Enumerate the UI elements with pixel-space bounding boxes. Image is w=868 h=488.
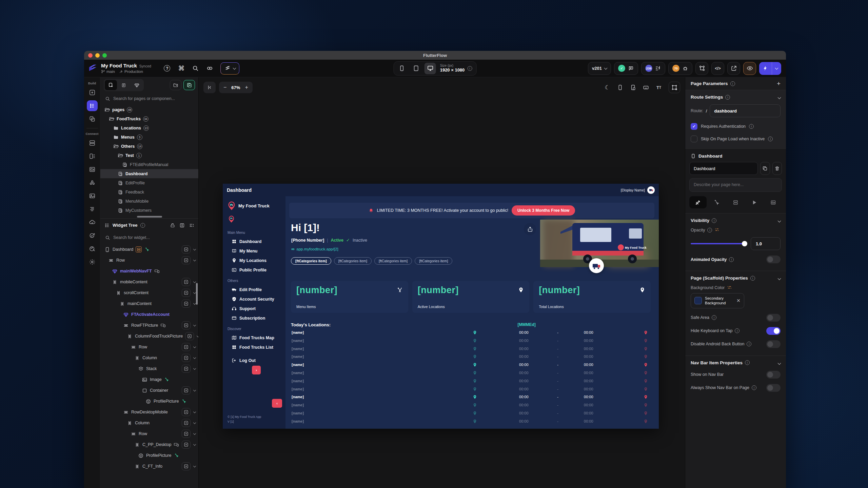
remove-location-icon[interactable]: [644, 330, 648, 336]
help-button[interactable]: ?: [161, 63, 173, 74]
tab-properties[interactable]: [689, 196, 707, 208]
todo-actions-group[interactable]: 238: [641, 62, 665, 75]
conditional-value-icon[interactable]: [727, 285, 732, 290]
sidebar-expand-button[interactable]: ›: [252, 366, 261, 374]
tab-assets[interactable]: [765, 196, 782, 208]
rail-integrations-button[interactable]: [87, 177, 98, 188]
widget-tree-row[interactable]: FTActivateAccount: [100, 309, 198, 320]
size-info-icon[interactable]: i: [467, 66, 472, 71]
location-pin-icon[interactable]: [473, 379, 477, 385]
rail-storage-button[interactable]: [87, 164, 98, 175]
add-child-widget-button[interactable]: [182, 321, 191, 329]
animated-opacity-toggle[interactable]: [766, 256, 781, 263]
row-menu-chevron-icon[interactable]: [197, 334, 198, 337]
environment-selector[interactable]: Production: [119, 69, 143, 74]
backend-query-badge[interactable]: [136, 246, 142, 252]
requires-authentication-checkbox[interactable]: ✓: [691, 123, 697, 130]
widget-tree-row[interactable]: Row: [100, 428, 198, 439]
widget-tree-info-icon[interactable]: i: [140, 223, 145, 228]
location-row[interactable]: [name] 00:00 - 00:00: [291, 402, 651, 410]
rail-database-button[interactable]: [87, 138, 98, 148]
add-child-widget-button[interactable]: [182, 386, 191, 394]
location-pin-icon[interactable]: [473, 403, 477, 409]
sidebar-item-my-locations[interactable]: My Locations: [232, 258, 285, 263]
pages-tree-item[interactable]: FoodTrucks 34: [100, 114, 198, 123]
row-menu-chevron-icon[interactable]: [193, 367, 196, 369]
status-inactive-label[interactable]: Inactive: [353, 238, 367, 243]
location-row[interactable]: [name] 00:00 - 00:00: [291, 369, 651, 378]
rail-theme-button[interactable]: [87, 243, 98, 254]
widget-tree-row[interactable]: Stack: [100, 363, 198, 374]
add-child-widget-button[interactable]: [182, 256, 191, 264]
location-row[interactable]: [name] 00:00 - 00:00: [291, 378, 651, 386]
remove-location-icon[interactable]: [644, 338, 648, 344]
collapse-section-chevron-icon[interactable]: [778, 219, 781, 223]
tree-options-icon[interactable]: [189, 223, 194, 228]
add-child-widget-button[interactable]: [182, 462, 191, 470]
sidebar-item-public-profile[interactable]: Public Profile: [232, 267, 285, 272]
location-pin-icon[interactable]: [473, 362, 477, 368]
always-show-nav-bar-info-icon[interactable]: i: [752, 385, 756, 390]
remove-location-icon[interactable]: [644, 354, 648, 360]
category-chip[interactable]: [ftCategories item]: [291, 257, 331, 265]
rail-media-assets-button[interactable]: [87, 190, 98, 201]
widget-tree-row[interactable]: C_PP_Desktop: [100, 439, 198, 450]
search-button[interactable]: [190, 63, 201, 74]
pages-tree-item[interactable]: Test 1: [100, 151, 198, 160]
pages-tree-item[interactable]: EditProfile: [100, 178, 198, 187]
location-pin-icon[interactable]: [473, 338, 477, 344]
conditional-value-icon[interactable]: [714, 227, 719, 232]
scaffold-info-icon[interactable]: i: [750, 276, 755, 281]
stat-card-total-locations[interactable]: [number] Total Locations: [533, 281, 651, 313]
add-child-widget-button[interactable]: [182, 419, 191, 427]
delete-page-button[interactable]: [772, 162, 782, 175]
tab-actions[interactable]: [708, 196, 725, 208]
remove-location-icon[interactable]: [644, 419, 648, 425]
pages-tree-item[interactable]: MenuMobile: [100, 197, 198, 206]
add-child-widget-button[interactable]: [182, 289, 191, 297]
rail-components-button[interactable]: [87, 114, 98, 124]
virtual-keyboard-button[interactable]: [640, 82, 652, 93]
sidebar-item-account-security[interactable]: Account Security: [232, 297, 285, 302]
location-pin-icon[interactable]: [473, 419, 477, 425]
add-child-widget-button[interactable]: [182, 365, 191, 373]
location-row[interactable]: [name] 00:00 - 00:00: [291, 345, 651, 353]
rail-add-widget-button[interactable]: [87, 87, 98, 98]
share-link-button[interactable]: [204, 63, 216, 74]
pages-tree-item[interactable]: Menus 3: [100, 133, 198, 142]
widget-tree-scrollbar[interactable]: [196, 283, 198, 305]
row-menu-chevron-icon[interactable]: [193, 323, 196, 326]
action-trigger-badge[interactable]: [164, 377, 170, 383]
skip-on-page-load-checkbox[interactable]: [691, 136, 697, 142]
background-color-chip[interactable]: Secondary Background ✕: [691, 293, 744, 308]
show-on-nav-bar-toggle[interactable]: [766, 371, 781, 379]
row-menu-chevron-icon[interactable]: [193, 432, 196, 434]
action-trigger-badge[interactable]: [181, 398, 187, 404]
nav-bar-info-icon[interactable]: i: [745, 360, 750, 365]
add-child-widget-button[interactable]: [182, 300, 191, 308]
collapse-section-chevron-icon[interactable]: [778, 361, 781, 365]
location-pin-icon[interactable]: [473, 411, 477, 417]
add-child-widget-button[interactable]: [182, 278, 191, 286]
canvas-split-view-button[interactable]: [627, 82, 639, 93]
widget-tree-row[interactable]: mainContent: [100, 298, 198, 309]
collapse-section-chevron-icon[interactable]: [778, 277, 781, 280]
add-page-button[interactable]: [183, 80, 195, 90]
widget-tree-row[interactable]: Row: [100, 255, 198, 266]
remove-location-icon[interactable]: [644, 411, 648, 417]
location-row[interactable]: [name] 00:00 - 00:00: [291, 393, 651, 402]
issues-group[interactable]: 70: [668, 62, 692, 75]
location-row[interactable]: [name] 00:00 - 00:00: [291, 361, 651, 369]
add-child-widget-button[interactable]: [182, 245, 191, 253]
sync-comments-group[interactable]: ✓: [614, 62, 638, 75]
rail-localization-button[interactable]: [87, 204, 98, 215]
requires-authentication-info-icon[interactable]: i: [749, 124, 754, 129]
opacity-info-icon[interactable]: i: [707, 228, 712, 232]
location-pin-icon[interactable]: [473, 354, 477, 360]
row-menu-chevron-icon[interactable]: [193, 258, 196, 261]
rail-settings-button[interactable]: [87, 257, 98, 267]
rail-tests-button[interactable]: [87, 230, 98, 241]
row-menu-chevron-icon[interactable]: [193, 388, 196, 391]
widget-tree-row[interactable]: Row: [100, 342, 198, 352]
flutterflow-menu-dropdown[interactable]: [220, 62, 239, 75]
